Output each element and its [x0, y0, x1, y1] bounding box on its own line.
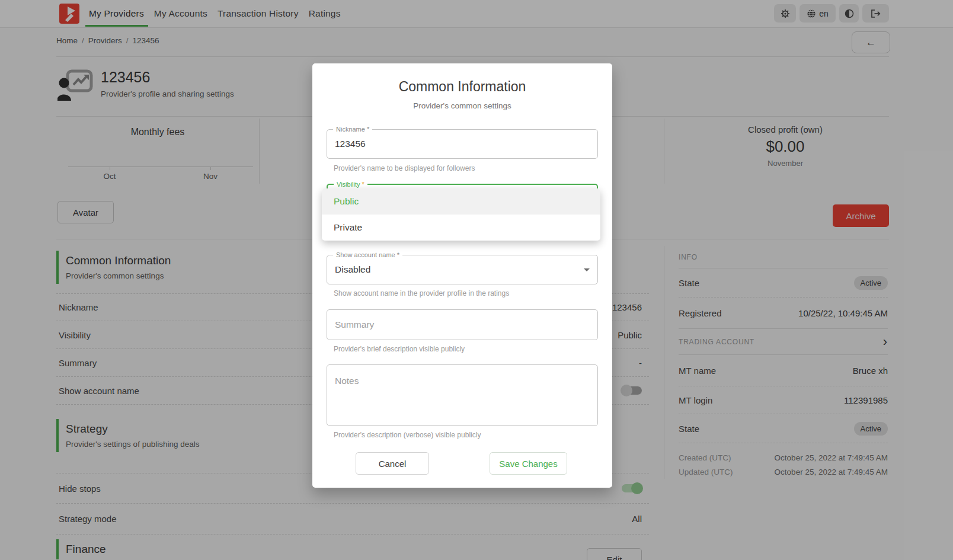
option-public[interactable]: Public	[322, 188, 600, 215]
show-account-name-select[interactable]: Show account name * Disabled	[327, 255, 598, 284]
common-information-dialog: Common Information Provider's common set…	[312, 63, 612, 488]
dialog-title: Common Information	[312, 79, 612, 95]
summary-placeholder: Summary	[335, 319, 374, 330]
dialog-subtitle: Provider's common settings	[312, 101, 612, 110]
show-account-name-value: Disabled	[335, 264, 370, 275]
nickname-field[interactable]: Nickname * 123456	[327, 129, 598, 159]
field-label: Nickname *	[333, 126, 372, 133]
notes-textarea[interactable]: Notes	[327, 364, 598, 426]
summary-helper: Provider's brief description visible pub…	[334, 345, 465, 353]
field-label: Show account name *	[333, 251, 402, 258]
chevron-down-icon	[584, 268, 590, 271]
summary-input[interactable]: Summary	[327, 309, 598, 340]
visibility-dropdown-menu: Public Private	[322, 188, 600, 241]
option-private[interactable]: Private	[322, 215, 600, 241]
nickname-value: 123456	[335, 139, 366, 149]
show-account-name-helper: Show account name in the provider profil…	[334, 289, 509, 297]
nickname-helper: Provider's name to be displayed for foll…	[334, 164, 475, 172]
app-root: My Providers My Accounts Transaction His…	[0, 0, 953, 560]
notes-helper: Provider's description (verbose) visible…	[334, 431, 481, 439]
save-changes-button[interactable]: Save Changes	[490, 452, 567, 475]
field-label: Visibility *	[334, 181, 367, 188]
cancel-button[interactable]: Cancel	[356, 452, 429, 475]
notes-placeholder: Notes	[335, 376, 359, 386]
